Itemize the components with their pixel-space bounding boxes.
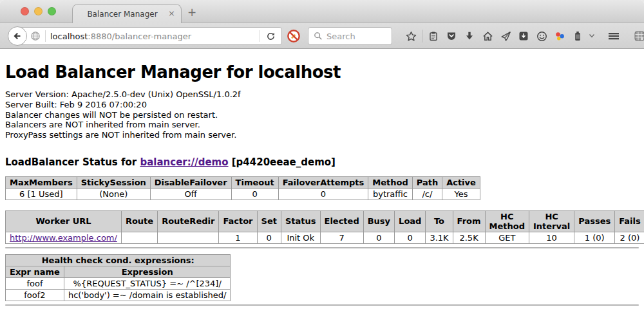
navigation-toolbar: localhost:8880/balancer-manager Search bbox=[0, 23, 644, 49]
worker-table: Worker URL Route RouteRedir Factor Set S… bbox=[5, 210, 644, 244]
minimize-window-button[interactable] bbox=[34, 7, 43, 15]
expression-cell: hc('body') =~ /domain is established/ bbox=[64, 289, 231, 301]
pages-grid-button[interactable] bbox=[630, 27, 644, 45]
clipboard-button[interactable] bbox=[424, 27, 442, 45]
balancer-demo-link[interactable]: balancer://demo bbox=[140, 156, 228, 168]
maxmembers-cell: 6 [1 Used] bbox=[6, 188, 77, 200]
toolbar-separator bbox=[422, 30, 422, 42]
url-text[interactable]: localhost:8880/balancer-manager bbox=[50, 32, 260, 41]
flash-block-button[interactable] bbox=[286, 28, 301, 44]
toolbar-buttons bbox=[402, 23, 644, 49]
column-header: Load bbox=[395, 210, 426, 232]
column-header: Method bbox=[368, 176, 412, 188]
expression-row: foof2 hc('body') =~ /domain is establish… bbox=[6, 289, 231, 301]
url-bar[interactable]: localhost:8880/balancer-manager bbox=[19, 27, 282, 45]
search-icon bbox=[314, 32, 323, 41]
server-built-line: Server Built: Feb 9 2016 07:00:20 bbox=[5, 100, 639, 110]
expression-row: foof %{REQUEST_STATUS} =~ /^[234]/ bbox=[6, 277, 231, 289]
column-header: FailoverAttempts bbox=[278, 176, 368, 188]
expr-name-cell: foof bbox=[6, 277, 64, 289]
colored-dots-addon-button[interactable] bbox=[551, 27, 569, 45]
to-cell: 3.1K bbox=[426, 232, 453, 243]
colored-dots-icon bbox=[554, 31, 565, 42]
clipboard-icon bbox=[428, 31, 439, 41]
page-content: Load Balancer Manager for localhost Serv… bbox=[0, 49, 644, 315]
title-bar: Balancer Manager × + bbox=[0, 0, 644, 23]
route-cell bbox=[121, 232, 157, 243]
feedback-smiley-button[interactable] bbox=[533, 27, 551, 45]
window-controls bbox=[21, 7, 56, 15]
stickysession-cell: (None) bbox=[77, 188, 150, 200]
table-row: 6 [1 Used] (None) Off 0 0 bytraffic /c/ … bbox=[6, 188, 480, 200]
zoom-window-button[interactable] bbox=[48, 7, 56, 15]
tab-title: Balancer Manager bbox=[87, 10, 157, 19]
column-header: Passes bbox=[574, 210, 615, 232]
column-header: Busy bbox=[363, 210, 394, 232]
column-header: DisableFailover bbox=[150, 176, 231, 188]
worker-url-link[interactable]: http://www.example.com/ bbox=[10, 233, 117, 243]
column-header: Factor bbox=[219, 210, 257, 232]
url-host: localhost bbox=[50, 32, 88, 41]
container-addon-button[interactable] bbox=[569, 27, 587, 45]
chevron-down-icon bbox=[589, 34, 594, 38]
column-header: HC Interval bbox=[529, 210, 574, 232]
column-header: Elected bbox=[320, 210, 363, 232]
method-cell: bytraffic bbox=[368, 188, 412, 200]
url-path: :8880/balancer-manager bbox=[88, 32, 191, 41]
active-cell: Yes bbox=[442, 188, 480, 200]
new-tab-button[interactable]: + bbox=[187, 6, 196, 19]
column-header: From bbox=[453, 210, 485, 232]
pocket-button[interactable] bbox=[442, 27, 460, 45]
column-header: Expression bbox=[64, 266, 231, 277]
failoverattempts-cell: 0 bbox=[278, 188, 368, 200]
smiley-icon bbox=[536, 31, 547, 42]
column-header: RouteRedir bbox=[158, 210, 219, 232]
send-icon bbox=[500, 31, 511, 42]
health-check-table: Health check cond. expressions: Expr nam… bbox=[5, 254, 231, 301]
close-window-button[interactable] bbox=[21, 7, 29, 15]
status-cell: Init Ok bbox=[281, 232, 320, 243]
browser-tab[interactable]: Balancer Manager × bbox=[72, 4, 182, 24]
column-header: HC Method bbox=[485, 210, 529, 232]
from-cell: 2.5K bbox=[453, 232, 485, 243]
hc-method-cell: GET bbox=[485, 232, 529, 243]
worker-url-cell: http://www.example.com/ bbox=[6, 232, 122, 243]
downloads-panel-button[interactable] bbox=[515, 27, 533, 45]
container-icon bbox=[573, 31, 583, 41]
column-header: Expr name bbox=[6, 266, 64, 277]
pages-grid-icon bbox=[634, 30, 644, 42]
send-tab-button[interactable] bbox=[497, 27, 515, 45]
urlbar-divider bbox=[45, 30, 46, 42]
downloads-panel-icon bbox=[518, 31, 529, 41]
star-icon bbox=[406, 31, 417, 42]
bookmark-star-button[interactable] bbox=[402, 27, 420, 45]
reload-button[interactable] bbox=[260, 30, 281, 42]
tab-close-icon[interactable]: × bbox=[168, 9, 175, 17]
hc-interval-cell: 10 bbox=[529, 232, 574, 243]
elected-cell: 7 bbox=[320, 232, 363, 243]
balancer-settings-table: MaxMembers StickySession DisableFailover… bbox=[5, 176, 480, 200]
globe-icon bbox=[30, 31, 41, 41]
column-header: Status bbox=[281, 210, 320, 232]
page-title: Load Balancer Manager for localhost bbox=[5, 62, 639, 82]
table-header-row: MaxMembers StickySession DisableFailover… bbox=[6, 176, 480, 188]
menu-button[interactable] bbox=[605, 27, 623, 45]
back-button[interactable] bbox=[8, 26, 27, 46]
table-header-row: Expr name Expression bbox=[6, 266, 231, 277]
health-table-title: Health check cond. expressions: bbox=[6, 254, 231, 266]
column-header: To bbox=[426, 210, 453, 232]
status-heading-prefix: LoadBalancer Status for bbox=[5, 156, 140, 168]
set-cell: 0 bbox=[257, 232, 281, 243]
addon-dropdown-button[interactable] bbox=[587, 27, 597, 45]
column-header: StickySession bbox=[77, 176, 150, 188]
column-header: Timeout bbox=[231, 176, 278, 188]
reload-icon bbox=[266, 32, 276, 41]
bottom-divider bbox=[5, 304, 639, 306]
search-placeholder: Search bbox=[327, 32, 355, 41]
proxypass-settings-line: ProxyPass settings are NOT inherited fro… bbox=[5, 130, 639, 140]
download-button[interactable] bbox=[460, 27, 478, 45]
search-input[interactable]: Search bbox=[308, 27, 392, 45]
disablefailover-cell: Off bbox=[150, 188, 231, 200]
column-header: MaxMembers bbox=[6, 176, 77, 188]
home-button[interactable] bbox=[478, 27, 497, 45]
